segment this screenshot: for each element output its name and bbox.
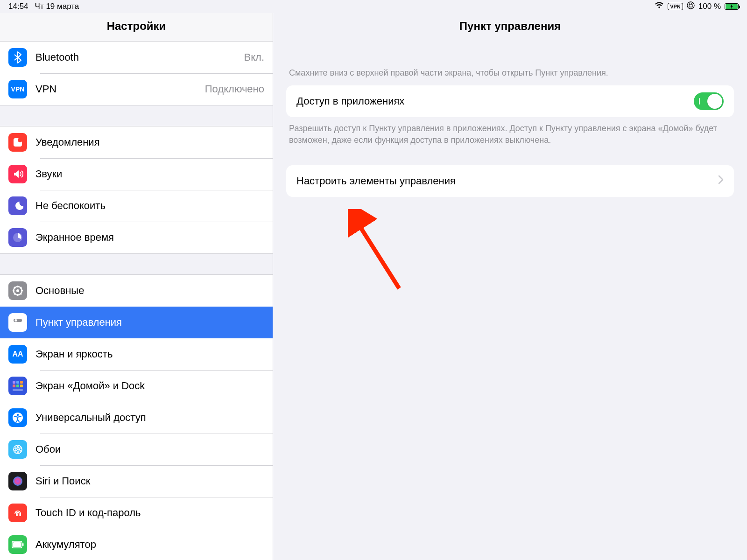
access-in-apps-row[interactable]: Доступ в приложениях: [286, 85, 734, 117]
chevron-right-icon: [718, 175, 724, 187]
battery-icon: [8, 535, 27, 554]
svg-point-6: [15, 319, 17, 322]
accessibility-icon: [8, 408, 27, 427]
sidebar-item-label: Основные: [35, 285, 264, 297]
access-help-text: Разрешить доступ к Пункту управления в п…: [289, 123, 731, 146]
sidebar-item-screentime[interactable]: Экранное время: [0, 222, 273, 253]
sidebar-item-label: VPN: [35, 83, 205, 95]
wallpaper-icon: [8, 440, 27, 459]
screentime-icon: [8, 228, 27, 247]
touchid-icon: [8, 504, 27, 522]
sidebar-item-label: Уведомления: [35, 136, 264, 148]
home-icon: [8, 377, 27, 395]
sidebar-item-siri[interactable]: Siri и Поиск: [0, 465, 273, 497]
svg-point-4: [16, 289, 19, 292]
controlcenter-icon: [8, 313, 27, 332]
sidebar-item-label: Экран и яркость: [35, 348, 264, 360]
access-in-apps-label: Доступ в приложениях: [296, 95, 694, 107]
sidebar-item-controlcenter[interactable]: Пункт управления: [0, 307, 273, 338]
sidebar-item-display[interactable]: AAЭкран и яркость: [0, 338, 273, 370]
sidebar-item-detail: Вкл.: [244, 51, 265, 63]
svg-rect-11: [20, 381, 23, 384]
svg-rect-26: [22, 543, 24, 546]
sidebar-item-label: Экран «Домой» и Dock: [35, 380, 264, 392]
sidebar-item-label: Универсальный доступ: [35, 412, 264, 424]
sidebar-item-general[interactable]: Основные: [0, 275, 273, 307]
intro-help-text: Смахните вниз с верхней правой части экр…: [289, 67, 731, 79]
svg-point-8: [19, 323, 21, 326]
sidebar-item-wallpaper[interactable]: Обои: [0, 434, 273, 465]
wifi-icon: [655, 2, 664, 11]
sidebar-item-notifications[interactable]: Уведомления: [0, 126, 273, 158]
bluetooth-icon: [8, 48, 27, 67]
vpn-badge: VPN: [668, 3, 683, 10]
svg-point-19: [17, 448, 19, 450]
svg-point-17: [17, 414, 19, 416]
display-icon: AA: [8, 345, 27, 364]
svg-line-27: [355, 218, 399, 288]
customize-controls-label: Настроить элементы управления: [296, 175, 718, 187]
sidebar-item-detail: Подключено: [205, 83, 264, 95]
general-icon: [8, 281, 27, 300]
sounds-icon: [8, 165, 27, 183]
sidebar-item-sounds[interactable]: Звуки: [0, 158, 273, 190]
sidebar-item-label: Пункт управления: [35, 316, 264, 329]
svg-rect-9: [13, 381, 15, 384]
settings-sidebar: Настройки BluetoothВкл.VPNVPNПодключено …: [0, 13, 273, 560]
status-time: 14:54: [8, 2, 28, 11]
svg-rect-13: [16, 385, 19, 387]
svg-point-2: [18, 138, 22, 142]
svg-rect-12: [13, 385, 15, 387]
svg-point-23: [13, 476, 22, 486]
sidebar-item-label: Аккумулятор: [35, 539, 264, 551]
annotation-arrow-icon: [348, 209, 413, 302]
svg-rect-14: [20, 385, 23, 387]
sidebar-item-battery[interactable]: Аккумулятор: [0, 529, 273, 560]
sidebar-item-vpn[interactable]: VPNVPNПодключено: [0, 73, 273, 105]
sidebar-item-label: Bluetooth: [35, 51, 244, 63]
sidebar-item-label: Touch ID и код-пароль: [35, 507, 264, 519]
sidebar-title: Настройки: [0, 13, 273, 41]
access-in-apps-toggle[interactable]: [694, 92, 724, 110]
svg-rect-15: [13, 389, 23, 391]
battery-icon: [725, 3, 739, 10]
customize-controls-row[interactable]: Настроить элементы управления: [286, 165, 734, 197]
svg-rect-25: [13, 542, 21, 547]
sidebar-item-bluetooth[interactable]: BluetoothВкл.: [0, 42, 273, 73]
sidebar-item-label: Звуки: [35, 168, 264, 180]
dnd-icon: [8, 196, 27, 215]
notifications-icon: [8, 133, 27, 152]
siri-icon: [8, 472, 27, 490]
sidebar-item-label: Не беспокоить: [35, 200, 264, 212]
detail-title: Пункт управления: [273, 13, 747, 41]
detail-pane: Пункт управления Смахните вниз с верхней…: [273, 13, 747, 560]
sidebar-item-accessibility[interactable]: Универсальный доступ: [0, 402, 273, 434]
orientation-lock-icon: [687, 1, 695, 12]
sidebar-item-label: Экранное время: [35, 231, 264, 244]
svg-rect-10: [16, 381, 19, 384]
battery-percent: 100 %: [698, 2, 721, 11]
sidebar-item-label: Siri и Поиск: [35, 475, 264, 487]
sidebar-item-label: Обои: [35, 443, 264, 455]
status-bar: 14:54 Чт 19 марта VPN 100 %: [0, 0, 747, 13]
status-date: Чт 19 марта: [35, 2, 79, 11]
sidebar-item-dnd[interactable]: Не беспокоить: [0, 190, 273, 222]
sidebar-item-home[interactable]: Экран «Домой» и Dock: [0, 370, 273, 402]
vpn-icon: VPN: [8, 80, 27, 98]
sidebar-item-touchid[interactable]: Touch ID и код-пароль: [0, 497, 273, 529]
